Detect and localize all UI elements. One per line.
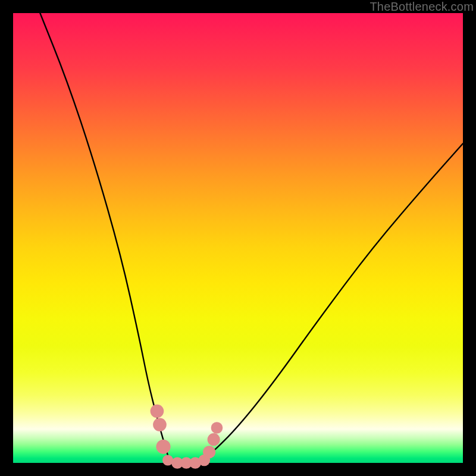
chart-frame: TheBottleneck.com — [0, 0, 476, 476]
series-right-branch — [198, 143, 463, 463]
marker-point — [203, 446, 215, 458]
marker-point — [151, 405, 164, 418]
plot-area — [13, 13, 463, 463]
curve-lines — [40, 13, 463, 463]
marker-point — [156, 440, 170, 454]
marker-point — [211, 422, 223, 434]
marker-point — [153, 418, 167, 431]
watermark-text: TheBottleneck.com — [369, 0, 474, 14]
series-left-branch — [40, 13, 171, 463]
marker-point — [208, 433, 220, 446]
curve-markers — [151, 405, 223, 469]
chart-svg — [13, 13, 463, 463]
